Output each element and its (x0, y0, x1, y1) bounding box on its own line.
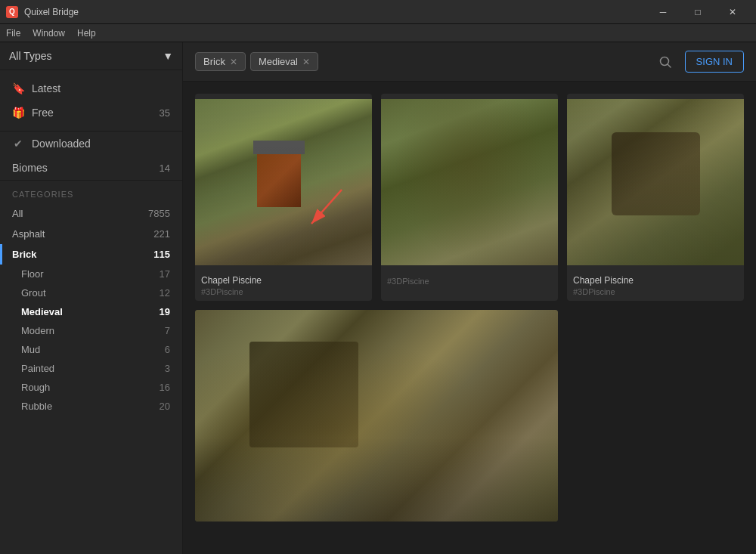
asset-grid: Chapel Piscine #3DPiscine #3DPiscine (183, 82, 756, 554)
title-bar: Q Quixel Bridge ─ □ ✕ (0, 0, 756, 24)
subcategory-mud[interactable]: Mud 6 (0, 340, 182, 359)
category-asphalt-label: Asphalt (12, 228, 45, 240)
sidebar-item-biomes[interactable]: Biomes 14 (0, 156, 182, 181)
category-all[interactable]: All 7855 (0, 203, 182, 224)
minimize-button[interactable]: ─ (646, 0, 680, 24)
grid-item-chapel1[interactable]: Chapel Piscine #3DPiscine (195, 94, 372, 301)
gift-icon: 🎁 (12, 107, 24, 119)
subcategory-floor-label: Floor (21, 268, 44, 280)
biomes-label: Biomes (12, 162, 48, 174)
downloaded-label: Downloaded (32, 138, 91, 150)
search-tag-brick[interactable]: Brick ✕ (195, 52, 246, 71)
search-button[interactable] (653, 50, 677, 74)
check-circle-icon: ✔ (12, 138, 24, 150)
tag-medieval-close[interactable]: ✕ (302, 57, 310, 67)
sidebar-item-latest-label: Latest (32, 82, 60, 94)
subcategory-rough-label: Rough (21, 382, 50, 393)
subcategory-painted-label: Painted (21, 363, 54, 374)
search-bar: Brick ✕ Medieval ✕ SIGN IN (183, 42, 756, 82)
annotation-arrow (296, 182, 349, 235)
menu-bar: File Window Help (0, 24, 756, 42)
search-tag-medieval[interactable]: Medieval ✕ (250, 52, 318, 71)
grid-item-piscine2[interactable]: #3DPiscine (381, 94, 558, 301)
sign-in-button[interactable]: SIGN IN (685, 51, 744, 73)
subcategory-grout-label: Grout (21, 287, 46, 299)
subcategory-modern-label: Modern (21, 325, 54, 336)
grid-item-large-image (195, 310, 558, 522)
subcategory-rough-count: 16 (160, 382, 170, 393)
category-asphalt[interactable]: Asphalt 221 (0, 224, 182, 244)
tag-brick-label: Brick (203, 56, 225, 67)
subcategory-floor-count: 17 (160, 268, 170, 280)
sidebar-nav: 🔖 Latest 🎁 Free 35 (0, 70, 182, 132)
maximize-button[interactable]: □ (680, 0, 715, 24)
grid-item-piscine2-label (381, 271, 558, 277)
subcategory-rubble-label: Rubble (21, 401, 52, 412)
svg-line-3 (311, 190, 342, 224)
grid-item-chapel1-image (195, 94, 372, 271)
subcategory-modern-count: 7 (165, 325, 170, 336)
app-title: Quixel Bridge (24, 7, 640, 17)
svg-line-1 (668, 64, 671, 67)
sidebar-item-downloaded[interactable]: ✔ Downloaded (0, 132, 182, 156)
grid-item-chapel1-tag: #3DPiscine (195, 287, 372, 301)
menu-window[interactable]: Window (33, 28, 65, 39)
category-brick-label: Brick (12, 249, 37, 260)
sidebar-item-free-label: Free (32, 107, 54, 119)
subcategory-rough[interactable]: Rough 16 (0, 378, 182, 397)
grid-item-piscine2-tag: #3DPiscine (381, 277, 558, 290)
search-icon (658, 55, 672, 69)
sidebar-item-free[interactable]: 🎁 Free 35 (0, 101, 182, 125)
tag-medieval-label: Medieval (259, 56, 298, 67)
subcategory-painted[interactable]: Painted 3 (0, 359, 182, 378)
subcategory-rubble-count: 20 (160, 401, 170, 412)
category-all-label: All (12, 208, 23, 219)
category-brick-count: 115 (153, 249, 170, 260)
subcategory-medieval[interactable]: Medieval 19 (0, 302, 182, 321)
main-content: Brick ✕ Medieval ✕ SIGN IN (183, 42, 756, 554)
subcategory-grout[interactable]: Grout 12 (0, 283, 182, 302)
chevron-down-icon: ▼ (163, 50, 173, 62)
tag-brick-close[interactable]: ✕ (230, 57, 237, 67)
categories-section-label: CATEGORIES (0, 181, 182, 203)
type-dropdown-label: All Types (9, 50, 52, 62)
close-button[interactable]: ✕ (715, 0, 750, 24)
subcategory-grout-count: 12 (160, 287, 170, 299)
grid-item-chapel3-tag: #3DPiscine (567, 287, 744, 301)
grid-item-large[interactable] (195, 310, 558, 522)
type-dropdown[interactable]: All Types ▼ (0, 42, 182, 70)
bookmark-icon: 🔖 (12, 82, 24, 94)
menu-file[interactable]: File (6, 28, 20, 39)
biomes-count: 14 (160, 162, 170, 174)
window-controls: ─ □ ✕ (646, 0, 750, 24)
app-container: All Types ▼ 🔖 Latest 🎁 Free 35 ✔ Downloa… (0, 42, 756, 554)
grid-item-chapel3[interactable]: Chapel Piscine #3DPiscine (567, 94, 744, 301)
subcategory-painted-count: 3 (165, 363, 170, 374)
grid-item-chapel3-label: Chapel Piscine (567, 271, 744, 287)
subcategory-mud-label: Mud (21, 344, 40, 355)
search-tags: Brick ✕ Medieval ✕ (195, 52, 646, 71)
grid-item-piscine2-image (381, 94, 558, 271)
grid-item-chapel1-label: Chapel Piscine (195, 271, 372, 287)
app-icon: Q (6, 6, 18, 18)
subcategory-mud-count: 6 (165, 344, 170, 355)
category-asphalt-count: 221 (153, 228, 170, 240)
category-all-count: 7855 (148, 208, 170, 219)
sidebar-item-latest[interactable]: 🔖 Latest (0, 76, 182, 101)
grid-item-chapel3-image (567, 94, 744, 271)
sidebar: All Types ▼ 🔖 Latest 🎁 Free 35 ✔ Downloa… (0, 42, 183, 554)
sidebar-item-free-count: 35 (160, 107, 170, 119)
subcategory-rubble[interactable]: Rubble 20 (0, 397, 182, 416)
category-brick[interactable]: Brick 115 (0, 244, 182, 265)
subcategory-floor[interactable]: Floor 17 (0, 265, 182, 283)
subcategory-medieval-label: Medieval (21, 306, 63, 317)
menu-help[interactable]: Help (77, 28, 96, 39)
subcategory-medieval-count: 19 (160, 306, 170, 317)
subcategory-modern[interactable]: Modern 7 (0, 321, 182, 340)
